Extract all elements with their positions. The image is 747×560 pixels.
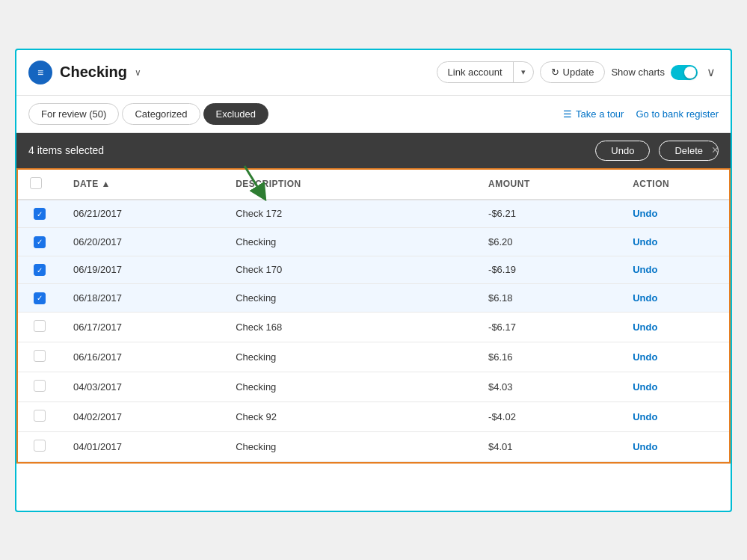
row-checkbox-cell[interactable]: ✓ <box>18 228 61 256</box>
tabs-row: For review (50) Categorized Excluded ☰ T… <box>16 96 731 133</box>
link-account-button[interactable]: Link account ▾ <box>437 61 534 83</box>
tab-for-review[interactable]: For review (50) <box>28 103 119 125</box>
date-column-header[interactable]: DATE ▲ <box>61 170 224 200</box>
row-amount: $6.18 <box>476 284 621 313</box>
svg-line-1 <box>245 166 262 194</box>
row-amount: -$6.19 <box>476 256 621 284</box>
row-action[interactable]: Undo <box>621 228 729 256</box>
row-checkbox-cell[interactable] <box>18 431 61 461</box>
row-checkbox[interactable] <box>34 410 46 422</box>
green-arrow-svg <box>233 162 278 207</box>
row-date: 06/18/2017 <box>61 284 224 313</box>
row-checkbox-cell[interactable] <box>18 342 61 372</box>
row-action[interactable]: Undo <box>621 401 729 431</box>
undo-action-link[interactable]: Undo <box>633 292 657 304</box>
row-checkbox[interactable] <box>34 350 46 362</box>
update-label: Update <box>563 67 594 78</box>
row-checkbox[interactable] <box>34 320 46 332</box>
row-date: 06/21/2017 <box>61 200 224 228</box>
table-body: ✓06/21/2017Check 172-$6.21Undo✓06/20/201… <box>18 200 729 462</box>
row-description: Checking <box>224 228 476 256</box>
row-amount: -$6.17 <box>476 312 621 342</box>
tab-excluded[interactable]: Excluded <box>203 103 268 125</box>
row-date: 04/03/2017 <box>61 372 224 401</box>
row-action[interactable]: Undo <box>621 284 729 313</box>
row-action[interactable]: Undo <box>621 312 729 342</box>
row-action[interactable]: Undo <box>621 200 729 228</box>
select-all-header[interactable] <box>18 170 61 200</box>
row-checkbox-cell[interactable] <box>18 372 61 401</box>
undo-action-link[interactable]: Undo <box>633 411 657 422</box>
row-description: Check 92 <box>224 401 476 431</box>
refresh-icon: ↻ <box>551 67 559 78</box>
table-row: 04/01/2017Checking$4.01Undo <box>18 431 729 461</box>
link-account-dropdown-icon[interactable]: ▾ <box>514 63 533 81</box>
main-container: ≡ Checking ∨ Link account ▾ ↻ Update Sho… <box>15 49 732 512</box>
take-tour-label: Take a tour <box>576 108 624 120</box>
bulk-undo-button[interactable]: Undo <box>595 141 650 161</box>
transactions-table: DATE ▲ DESCRIPTION AMOUNT ACTION ✓06/21/… <box>18 170 729 462</box>
row-checkbox[interactable] <box>34 440 46 452</box>
link-account-label[interactable]: Link account <box>437 62 514 82</box>
select-all-checkbox[interactable] <box>30 177 42 189</box>
undo-action-link[interactable]: Undo <box>633 381 657 393</box>
show-charts-toggle[interactable] <box>671 65 698 80</box>
row-checkbox-cell[interactable] <box>18 312 61 342</box>
toggle-knob <box>684 67 696 79</box>
row-amount: $4.03 <box>476 372 621 401</box>
row-checkbox-cell[interactable]: ✓ <box>18 200 61 228</box>
row-checkbox-cell[interactable]: ✓ <box>18 284 61 313</box>
undo-action-link[interactable]: Undo <box>633 441 657 452</box>
row-description: Checking <box>224 342 476 372</box>
tabs-left: For review (50) Categorized Excluded <box>28 103 268 125</box>
row-action[interactable]: Undo <box>621 342 729 372</box>
row-checkbox[interactable]: ✓ <box>34 292 46 304</box>
row-amount: -$4.02 <box>476 401 621 431</box>
row-amount: $4.01 <box>476 431 621 461</box>
selection-bar: 4 items selected Undo Delete × <box>16 133 731 168</box>
update-button[interactable]: ↻ Update <box>540 61 606 83</box>
selection-count: 4 items selected <box>28 144 586 156</box>
row-amount: $6.16 <box>476 342 621 372</box>
row-checkbox-cell[interactable]: ✓ <box>18 256 61 284</box>
account-dropdown-chevron[interactable]: ∨ <box>135 67 141 78</box>
table-row: 06/16/2017Checking$6.16Undo <box>18 342 729 372</box>
tour-icon: ☰ <box>563 108 572 120</box>
go-to-bank-link[interactable]: Go to bank register <box>636 108 719 120</box>
undo-action-link[interactable]: Undo <box>633 264 657 275</box>
row-checkbox[interactable]: ✓ <box>34 208 46 220</box>
bulk-delete-button[interactable]: Delete <box>659 141 719 161</box>
undo-action-link[interactable]: Undo <box>633 321 657 333</box>
row-checkbox[interactable] <box>34 380 46 392</box>
account-name: Checking <box>60 64 127 81</box>
selection-bar-close[interactable]: × <box>712 144 719 157</box>
undo-action-link[interactable]: Undo <box>633 236 657 247</box>
row-date: 06/16/2017 <box>61 342 224 372</box>
row-checkbox[interactable]: ✓ <box>34 264 46 276</box>
table-row: 04/03/2017Checking$4.03Undo <box>18 372 729 401</box>
table-row: ✓06/21/2017Check 172-$6.21Undo <box>18 200 729 228</box>
row-description: Checking <box>224 372 476 401</box>
account-icon-symbol: ≡ <box>37 67 43 79</box>
header-actions: Link account ▾ ↻ Update Show charts ∨ <box>437 61 719 83</box>
header-collapse-chevron[interactable]: ∨ <box>704 62 719 82</box>
row-checkbox-cell[interactable] <box>18 401 61 431</box>
table-row: 06/17/2017Check 168-$6.17Undo <box>18 312 729 342</box>
row-action[interactable]: Undo <box>621 431 729 461</box>
row-action[interactable]: Undo <box>621 256 729 284</box>
row-checkbox[interactable]: ✓ <box>34 236 46 248</box>
tabs-right: ☰ Take a tour Go to bank register <box>563 108 719 120</box>
row-date: 04/01/2017 <box>61 431 224 461</box>
undo-action-link[interactable]: Undo <box>633 351 657 363</box>
table-row: ✓06/18/2017Checking$6.18Undo <box>18 284 729 313</box>
undo-action-link[interactable]: Undo <box>633 208 657 219</box>
row-action[interactable]: Undo <box>621 372 729 401</box>
take-tour-link[interactable]: ☰ Take a tour <box>563 108 624 120</box>
row-date: 04/02/2017 <box>61 401 224 431</box>
row-amount: -$6.21 <box>476 200 621 228</box>
row-description: Checking <box>224 284 476 313</box>
row-amount: $6.20 <box>476 228 621 256</box>
table-row: ✓06/20/2017Checking$6.20Undo <box>18 228 729 256</box>
tab-categorized[interactable]: Categorized <box>122 103 200 125</box>
table-row: ✓06/19/2017Check 170-$6.19Undo <box>18 256 729 284</box>
